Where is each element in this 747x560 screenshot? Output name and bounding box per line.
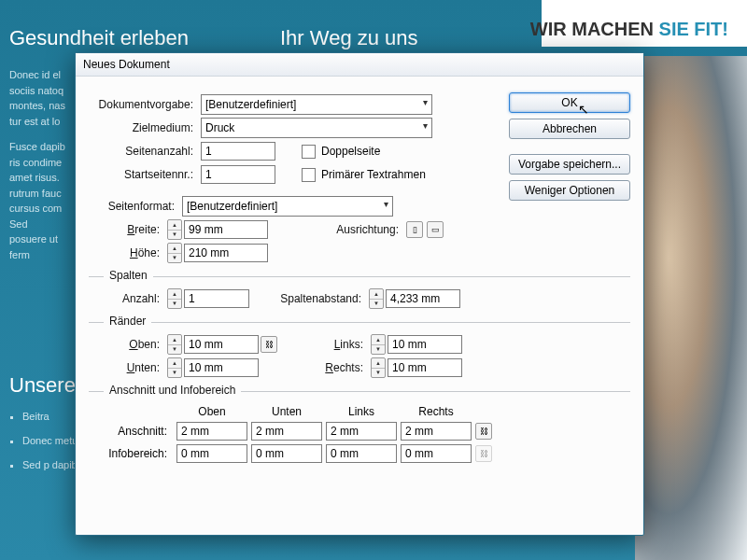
margin-bottom-spinner[interactable]: ▲▼ <box>167 357 182 378</box>
slug-bottom-input[interactable]: 0 mm <box>251 444 322 463</box>
bg-mid-title: Ihr Weg zu uns <box>280 26 418 50</box>
orientation-portrait-icon[interactable]: ▯ <box>406 221 423 238</box>
gutter-spinner[interactable]: ▲▼ <box>369 288 384 309</box>
cancel-button[interactable]: Abbrechen <box>509 119 630 139</box>
pages-label: Seitenanzahl: <box>89 145 201 158</box>
slug-label: Infobereich: <box>98 447 173 460</box>
margin-right-input[interactable]: 10 mm <box>388 358 462 377</box>
intent-label: Zielmedium: <box>89 121 201 134</box>
margin-left-spinner[interactable]: ▲▼ <box>371 334 386 355</box>
margin-right-spinner[interactable]: ▲▼ <box>371 357 386 378</box>
margin-top-input[interactable]: 10 mm <box>184 335 259 354</box>
margin-bottom-label: Unten: <box>89 361 167 374</box>
pagesize-select[interactable]: [Benutzerdefiniert] <box>182 196 393 217</box>
col-count-spinner[interactable]: ▲▼ <box>167 288 182 309</box>
width-spinner[interactable]: ▲▼ <box>167 219 182 240</box>
height-spinner[interactable]: ▲▼ <box>167 243 182 263</box>
bleed-top-input[interactable]: 2 mm <box>176 422 247 441</box>
bg-left-title: Gesundheit erleben <box>9 26 189 50</box>
bleed-bottom-input[interactable]: 2 mm <box>251 422 322 441</box>
hero-image <box>635 56 747 560</box>
bg-mid-column: Ihr Weg zu uns <box>280 26 418 50</box>
preset-select[interactable]: [Benutzerdefiniert] <box>201 94 432 115</box>
margin-right-label: Rechts: <box>279 361 371 374</box>
width-input[interactable]: 99 mm <box>184 220 268 239</box>
start-label: Startseitennr.: <box>89 168 201 181</box>
start-page-input[interactable]: 1 <box>201 165 275 184</box>
facing-pages-checkbox[interactable]: Doppelseite <box>302 145 380 159</box>
link-bleed-icon[interactable]: ⛓ <box>475 423 492 440</box>
height-input[interactable]: 210 mm <box>184 244 268 262</box>
header-slogan: WIR MACHEN SIE FIT! <box>530 19 728 40</box>
orientation-landscape-icon[interactable]: ▭ <box>427 221 444 238</box>
margins-group-title: Ränder <box>104 315 151 328</box>
bleed-right-input[interactable]: 2 mm <box>401 422 472 441</box>
gutter-label: Spaltenabstand: <box>249 292 369 305</box>
intent-select[interactable]: Druck <box>201 118 432 138</box>
bleed-label: Anschnitt: <box>98 425 173 438</box>
new-document-dialog: Neues Dokument OK Abbrechen Vorgabe spei… <box>75 52 644 536</box>
slug-left-input[interactable]: 0 mm <box>326 444 397 463</box>
bleed-group-title: Anschnitt und Infobereich <box>104 384 241 397</box>
margin-top-label: Oben: <box>89 338 167 351</box>
width-label: Breite: <box>89 223 167 236</box>
link-slug-icon[interactable]: ⛓ <box>475 445 492 462</box>
margin-top-spinner[interactable]: ▲▼ <box>167 334 182 355</box>
orientation-label: Ausrichtung: <box>268 223 406 236</box>
pagesize-label: Seitenformat: <box>89 200 182 213</box>
margin-left-label: Links: <box>279 338 371 351</box>
save-preset-button[interactable]: Vorgabe speichern... <box>509 154 630 175</box>
columns-group-title: Spalten <box>104 269 153 282</box>
pages-input[interactable]: 1 <box>201 142 275 161</box>
link-margins-icon[interactable]: ⛓ <box>261 336 277 353</box>
height-label: Höhe: <box>89 246 167 259</box>
margin-bottom-input[interactable]: 10 mm <box>184 358 259 377</box>
bleed-left-input[interactable]: 2 mm <box>326 422 397 441</box>
col-count-input[interactable]: 1 <box>184 289 249 308</box>
ok-button[interactable]: OK <box>509 92 630 113</box>
col-count-label: Anzahl: <box>89 292 167 305</box>
primary-frame-checkbox[interactable]: Primärer Textrahmen <box>302 168 426 182</box>
margin-left-input[interactable]: 10 mm <box>388 335 462 354</box>
slug-right-input[interactable]: 0 mm <box>401 444 472 463</box>
preset-label: Dokumentvorgabe: <box>89 98 201 111</box>
gutter-input[interactable]: 4,233 mm <box>386 289 460 308</box>
bg-lower-column: Unsere Beitra Donec metu Sed p dapib <box>9 373 78 483</box>
dialog-title: Neues Dokument <box>76 53 643 77</box>
slug-top-input[interactable]: 0 mm <box>176 444 247 463</box>
fewer-options-button[interactable]: Weniger Optionen <box>509 180 630 201</box>
